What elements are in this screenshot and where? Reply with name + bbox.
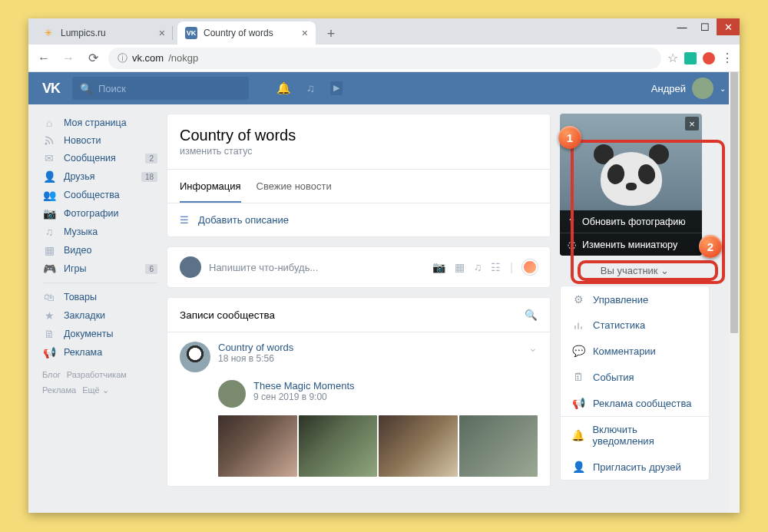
gallery-image[interactable] [299,415,378,477]
sidebar-item-video[interactable]: ▦Видео [42,241,157,259]
post-avatar[interactable] [180,342,210,372]
page-content: VK 🔍 Поиск 🔔 ♫ ▶ Андрей ⌄ ⌂Моя страница … [28,72,740,513]
extension-icon[interactable] [684,52,697,64]
sidebar-item-photos[interactable]: 📷Фотографии [42,204,157,223]
sidebar-item-label: Товары [64,292,97,302]
attach-music-icon[interactable]: ♫ [474,261,482,273]
new-tab-button[interactable]: + [320,23,342,45]
add-description-row[interactable]: ☰ Добавить описание [167,203,550,236]
sidebar-item-label: Сообщения [64,153,116,164]
wall-header[interactable]: Записи сообщества [180,309,275,321]
footer-link[interactable]: Разработчикам [67,368,127,383]
post-date[interactable]: 18 ноя в 5:56 [218,353,293,364]
tab-info[interactable]: Информация [180,170,241,203]
browser-tab-lumpics[interactable]: ✳ Lumpics.ru × [35,21,173,45]
minimize-button[interactable]: — [670,18,694,35]
home-icon: ⌂ [42,117,56,129]
site-info-icon[interactable]: ⓘ [118,51,127,65]
admin-item-invite[interactable]: 👤Пригласить друзей [561,454,709,480]
sidebar-item-label: Новости [64,135,101,146]
video-icon: ▦ [42,244,56,256]
sidebar-item-label: Музыка [64,226,98,237]
vk-logo-icon[interactable]: VK [42,81,60,97]
back-button[interactable]: ← [35,49,53,68]
camera-icon: 📷 [42,207,56,220]
close-window-button[interactable]: ✕ [717,18,740,35]
tab-news[interactable]: Свежие новости [257,170,332,203]
forward-button[interactable]: → [59,49,78,68]
admin-item-ads[interactable]: 📢Реклама сообщества [561,390,709,416]
repost-author[interactable]: These Magic Moments [253,380,355,392]
post-menu-icon[interactable]: ⌄ [528,342,538,354]
change-status-link[interactable]: изменить статус [180,146,538,157]
sidebar-item-bookmarks[interactable]: ★Закладки [42,306,157,325]
reload-button[interactable]: ⟳ [84,49,102,68]
address-bar[interactable]: ⓘ vk.com/nokgp [108,48,661,69]
attach-more-icon[interactable]: ☷ [491,261,501,273]
footer-link[interactable]: Ещё ⌄ [82,383,109,398]
footer-link[interactable]: Реклама [42,383,76,398]
sidebar-item-docs[interactable]: 🗎Документы [42,325,157,343]
update-photo-button[interactable]: ⬆ Обновить фотографию [560,210,702,233]
sidebar-item-my-page[interactable]: ⌂Моя страница [42,114,157,132]
divider [42,283,157,283]
sidebar-item-market[interactable]: 🛍Товары [42,288,157,306]
admin-item-comments[interactable]: 💬Комментарии [561,338,709,364]
repost-date[interactable]: 9 сен 2019 в 9:00 [253,392,355,402]
avatar-close-button[interactable]: × [685,117,699,131]
repost-block: These Magic Moments 9 сен 2019 в 9:00 [218,380,538,408]
browser-tab-bar: ✳ Lumpics.ru × VK Country of words × + —… [28,18,740,45]
sidebar-item-games[interactable]: 🎮Игры6 [42,259,157,278]
chevron-down-icon: ⌄ [720,84,726,93]
add-description-label: Добавить описание [198,214,289,226]
post-author[interactable]: Country of words [218,342,293,353]
membership-status[interactable]: Вы участник ⌄ [560,256,710,286]
sidebar-item-messages[interactable]: ✉Сообщения2 [42,149,157,167]
news-icon [42,135,56,146]
group-tabs: Информация Свежие новости [167,169,550,203]
admin-item-notifications[interactable]: 🔔Включить уведомления [561,417,709,454]
scrollbar[interactable] [729,72,740,513]
gamepad-icon: 🎮 [42,263,56,275]
attach-photo-icon[interactable]: 📷 [432,261,445,273]
gallery-image[interactable] [459,415,538,477]
maximize-button[interactable]: ☐ [694,18,717,35]
new-post-input[interactable]: Напишите что-нибудь... 📷 ▦ ♫ ☷ | [167,246,551,288]
browser-tab-vk[interactable]: VK Country of words × [177,21,316,45]
bell-icon: 🔔 [571,429,584,441]
wall-search-icon[interactable]: 🔍 [525,309,538,321]
user-menu[interactable]: Андрей ⌄ [651,78,726,99]
sidebar-item-music[interactable]: ♫Музыка [42,223,157,241]
calendar-icon: 🗓 [571,371,585,383]
play-icon[interactable]: ▶ [330,81,343,95]
membership-label: Вы участник ⌄ [601,265,669,276]
post-placeholder: Напишите что-нибудь... [209,262,318,273]
avatar-image [597,143,666,212]
scrollbar-thumb[interactable] [730,72,738,333]
notifications-icon[interactable]: 🔔 [276,81,291,95]
tab-close-icon[interactable]: × [159,27,165,39]
tab-close-icon[interactable]: × [302,27,308,39]
sidebar-item-ads[interactable]: 📢Реклама [42,343,157,362]
sidebar-item-label: Игры [64,263,86,274]
gallery-image[interactable] [218,415,297,477]
search-input[interactable]: 🔍 Поиск [72,77,249,100]
annotation-label: 1 [567,131,573,144]
menu-icon[interactable]: ⋮ [721,51,733,65]
sidebar-item-friends[interactable]: 👤Друзья18 [42,167,157,186]
browser-toolbar: ← → ⟳ ⓘ vk.com/nokgp ☆ ⋮ [28,45,740,72]
admin-item-manage[interactable]: ⚙Управление [561,286,709,312]
admin-item-stats[interactable]: Статистика [561,312,709,338]
attach-video-icon[interactable]: ▦ [455,261,465,273]
change-thumbnail-button[interactable]: ◌ Изменить миниатюру [560,233,702,256]
story-badge-icon[interactable] [522,259,538,275]
sidebar-item-communities[interactable]: 👥Сообщества [42,186,157,204]
gallery-image[interactable] [379,415,458,477]
footer-link[interactable]: Блог [42,368,61,383]
extension-icon[interactable] [703,52,715,64]
repost-avatar[interactable] [218,380,246,408]
bookmark-icon[interactable]: ☆ [667,51,678,65]
admin-item-events[interactable]: 🗓События [561,364,709,390]
sidebar-item-news[interactable]: Новости [42,132,157,149]
music-icon[interactable]: ♫ [306,81,315,95]
